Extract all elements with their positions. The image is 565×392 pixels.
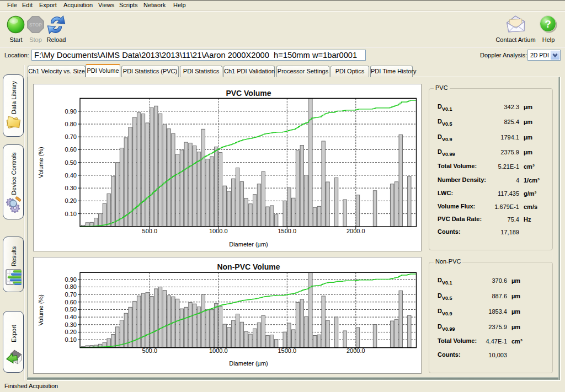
svg-text:Diameter (µm): Diameter (µm) bbox=[229, 360, 268, 367]
svg-text:1500.0: 1500.0 bbox=[278, 228, 296, 234]
svg-text:500.0: 500.0 bbox=[142, 347, 158, 354]
svg-text:0.90: 0.90 bbox=[65, 276, 77, 283]
svg-text:0.60: 0.60 bbox=[65, 299, 77, 305]
svg-text:0.80: 0.80 bbox=[65, 283, 77, 290]
svg-text:0.30: 0.30 bbox=[65, 321, 77, 328]
svg-text:STOP: STOP bbox=[29, 22, 42, 28]
svg-text:0.80: 0.80 bbox=[65, 121, 77, 127]
svg-text:0.90: 0.90 bbox=[65, 108, 77, 115]
svg-text:2000.0: 2000.0 bbox=[347, 347, 365, 354]
svg-text:0.10: 0.10 bbox=[65, 336, 77, 343]
svg-text:Diameter (µm): Diameter (µm) bbox=[229, 241, 268, 248]
svg-text:1000.0: 1000.0 bbox=[209, 347, 228, 354]
svg-text:0.50: 0.50 bbox=[65, 159, 77, 166]
svg-text:0.20: 0.20 bbox=[65, 329, 77, 335]
svg-text:0.30: 0.30 bbox=[65, 185, 77, 191]
svg-text:2000.0: 2000.0 bbox=[347, 228, 365, 234]
svg-text:0.20: 0.20 bbox=[65, 197, 77, 204]
svg-text:0.40: 0.40 bbox=[65, 314, 77, 320]
svg-text:Volume (%): Volume (%) bbox=[38, 294, 44, 326]
svg-text:1000.0: 1000.0 bbox=[209, 228, 228, 234]
svg-text:0.50: 0.50 bbox=[65, 306, 77, 313]
svg-text:0.10: 0.10 bbox=[65, 211, 77, 217]
svg-text:0.70: 0.70 bbox=[65, 291, 77, 298]
svg-text:0.70: 0.70 bbox=[65, 133, 77, 140]
svg-text:?: ? bbox=[545, 18, 551, 30]
svg-text:0.40: 0.40 bbox=[65, 172, 77, 179]
svg-text:PVC Volume: PVC Volume bbox=[226, 89, 271, 98]
svg-text:500.0: 500.0 bbox=[142, 228, 158, 234]
svg-text:Volume (%): Volume (%) bbox=[38, 147, 44, 178]
svg-text:Non-PVC Volume: Non-PVC Volume bbox=[217, 262, 280, 271]
svg-text:0.60: 0.60 bbox=[65, 146, 77, 153]
svg-text:1500.0: 1500.0 bbox=[278, 347, 296, 354]
